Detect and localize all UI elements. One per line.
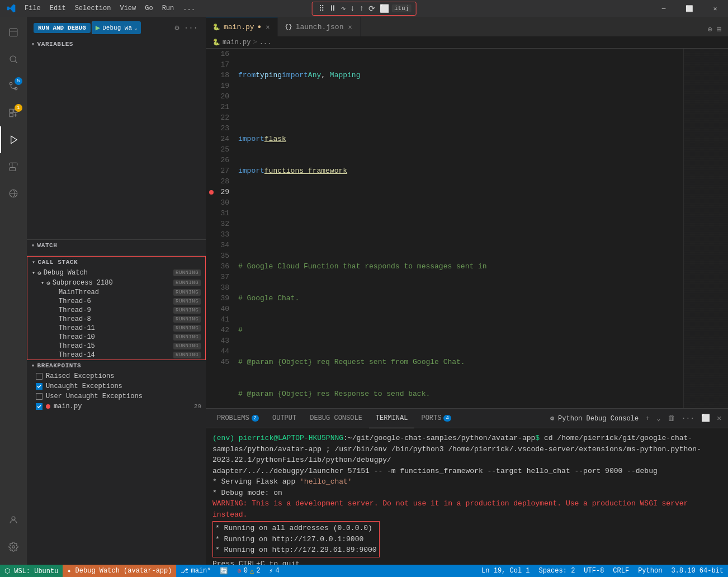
panel-close-btn[interactable]: ✕: [715, 412, 724, 425]
breakpoint-raised-exceptions[interactable]: Raised Exceptions: [27, 371, 206, 381]
call-stack-thread-9[interactable]: Thread-9 RUNNING: [27, 306, 205, 315]
user-uncaught-checkbox[interactable]: [36, 393, 42, 400]
debug-continue-btn[interactable]: ⠿: [317, 3, 326, 14]
call-stack-thread-10[interactable]: Thread-10 RUNNING: [27, 333, 205, 342]
menu-file[interactable]: File: [20, 2, 45, 15]
status-spaces[interactable]: Spaces: 2: [535, 565, 580, 577]
activity-item-extensions[interactable]: 1: [0, 100, 27, 126]
editor-split-btn[interactable]: ⊕: [705, 22, 714, 36]
minimize-btn[interactable]: —: [651, 0, 677, 17]
code-line-19: import functions_framework: [236, 165, 681, 176]
activity-item-account[interactable]: [0, 507, 27, 533]
terminal-content[interactable]: (env) pierrick@LAPTOP-HKU5PNNG:~/git/goo…: [206, 428, 728, 565]
call-stack-thread-main[interactable]: MainThread RUNNING: [27, 288, 205, 297]
activity-item-search[interactable]: [0, 46, 27, 73]
debug-restart-btn[interactable]: ⟳: [367, 3, 377, 14]
panel-tab-terminal[interactable]: TERMINAL: [369, 409, 415, 428]
menu-selection[interactable]: Selection: [70, 2, 116, 15]
status-errors[interactable]: ⊗ 0 △ 2: [233, 565, 264, 577]
tab-main-py-close[interactable]: ✕: [264, 22, 271, 32]
menu-edit[interactable]: Edit: [45, 2, 70, 15]
breakpoint-main-py[interactable]: main.py 29: [27, 401, 206, 412]
menu-view[interactable]: View: [115, 2, 140, 15]
status-bar: ⬡ WSL: Ubuntu ⬥ Debug Watch (avatar-app)…: [0, 565, 728, 577]
activity-item-source-control[interactable]: 5: [0, 73, 27, 100]
status-python-version[interactable]: 3.8.10 64-bit: [666, 565, 728, 577]
status-debug-session[interactable]: ⬥ Debug Watch (avatar-app): [63, 565, 176, 577]
call-stack-group-debug-watch[interactable]: ▾ ⚙ Debug Watch RUNNING: [27, 268, 205, 278]
menu-go[interactable]: Go: [140, 2, 157, 15]
status-eol[interactable]: CRLF: [608, 565, 634, 577]
panel-add-btn[interactable]: +: [643, 412, 652, 425]
debug-step-out-btn[interactable]: ↑: [358, 3, 366, 13]
status-encoding[interactable]: UTF-8: [579, 565, 608, 577]
close-btn[interactable]: ✕: [702, 0, 728, 17]
call-stack-thread-14[interactable]: Thread-14 RUNNING: [27, 351, 205, 360]
call-stack-thread-6[interactable]: Thread-6 RUNNING: [27, 297, 205, 306]
panel-dropdown-btn[interactable]: ⌄: [654, 412, 663, 425]
raised-exceptions-checkbox[interactable]: [36, 373, 42, 380]
debug-stop-btn[interactable]: ⬜: [378, 3, 391, 14]
debug-step-into-btn[interactable]: ↓: [348, 3, 356, 13]
warning-count: 2: [256, 567, 260, 575]
panel-more-btn[interactable]: ···: [679, 412, 697, 425]
main-py-checkbox[interactable]: [36, 403, 42, 410]
status-cursor[interactable]: Ln 19, Col 1: [477, 565, 534, 577]
thread-11-status: RUNNING: [173, 325, 201, 332]
breakpoint-uncaught-exceptions[interactable]: Uncaught Exceptions: [27, 381, 206, 391]
watch-header[interactable]: ▾ WATCH: [27, 240, 206, 251]
editor-layout-btn[interactable]: ⊞: [715, 22, 724, 36]
tab-main-py[interactable]: 🐍 main.py ● ✕: [206, 17, 278, 36]
variables-header[interactable]: ▾ VARIABLES: [27, 39, 206, 50]
call-stack-thread-11[interactable]: Thread-11 RUNNING: [27, 324, 205, 333]
run-debug-btn[interactable]: RUN AND DEBUG: [34, 23, 91, 33]
wsl-label: ⬡ WSL: Ubuntu: [4, 567, 58, 575]
panel-tab-debug-console[interactable]: DEBUG CONSOLE: [303, 409, 369, 428]
panel-kill-btn[interactable]: 🗑: [665, 412, 677, 425]
panel-tab-ports[interactable]: PORTS 4: [414, 409, 457, 428]
call-stack-thread-15[interactable]: Thread-15 RUNNING: [27, 342, 205, 351]
chevron-down-icon: ⌄: [134, 25, 138, 31]
variables-label: VARIABLES: [37, 41, 73, 48]
status-git[interactable]: ⎇ main*: [176, 565, 215, 577]
panel-maximize-btn[interactable]: ⬜: [699, 412, 712, 425]
call-stack-header[interactable]: ▾ CALL STACK: [27, 257, 205, 268]
debug-config-select[interactable]: ▶ Debug Wa ⌄: [92, 21, 141, 34]
line-num-31: 31: [210, 208, 229, 219]
breakpoints-chevron: ▾: [31, 362, 35, 369]
output-label: OUTPUT: [272, 414, 296, 422]
tab-launch-json-close[interactable]: ✕: [347, 22, 353, 32]
menu-more[interactable]: ...: [178, 2, 200, 15]
activity-item-run-debug[interactable]: [0, 126, 27, 153]
debug-step-over-btn[interactable]: ↷: [339, 3, 347, 14]
tab-launch-json[interactable]: {} launch.json ✕: [278, 17, 360, 36]
status-ports[interactable]: ⚡ 4: [264, 565, 283, 577]
subprocess-group[interactable]: ▾ ⚙ Subprocess 2180 RUNNING: [27, 278, 205, 288]
status-sync[interactable]: 🔄: [215, 565, 233, 577]
minimap: [683, 49, 728, 408]
panel-tab-output[interactable]: OUTPUT: [266, 409, 303, 428]
status-language[interactable]: Python: [634, 565, 666, 577]
call-stack-thread-8[interactable]: Thread-8 RUNNING: [27, 315, 205, 324]
panel-tab-problems[interactable]: PROBLEMS 2: [210, 409, 266, 428]
breakpoints-header[interactable]: ▾ BREAKPOINTS: [27, 360, 206, 371]
activity-item-explorer[interactable]: [0, 19, 27, 46]
debug-pause-btn[interactable]: ⏸: [327, 3, 338, 13]
uncaught-exceptions-checkbox[interactable]: [36, 383, 42, 390]
code-content[interactable]: from typing import Any, Mapping import f…: [234, 49, 683, 408]
vscode-logo: [2, 0, 20, 17]
debug-watch-status-label: ⬥ Debug Watch (avatar-app): [67, 567, 172, 575]
breakpoint-user-uncaught[interactable]: User Uncaught Exceptions: [27, 391, 206, 401]
sidebar-settings-btn[interactable]: ⚙: [173, 22, 180, 34]
maximize-btn[interactable]: ⬜: [677, 0, 702, 17]
status-wsl[interactable]: ⬡ WSL: Ubuntu: [0, 565, 63, 577]
terminal-warning: WARNING: This is a development server. D…: [212, 498, 721, 520]
terminal-line-4: * Debug mode: on: [212, 488, 721, 499]
activity-item-testing[interactable]: [0, 153, 27, 180]
window-controls: — ⬜ ✕: [651, 0, 728, 17]
problems-label: PROBLEMS: [217, 414, 249, 422]
sidebar-more-btn[interactable]: ···: [183, 22, 199, 34]
activity-item-remote[interactable]: [0, 180, 27, 207]
menu-run[interactable]: Run: [158, 2, 179, 15]
activity-item-settings[interactable]: [0, 533, 27, 560]
